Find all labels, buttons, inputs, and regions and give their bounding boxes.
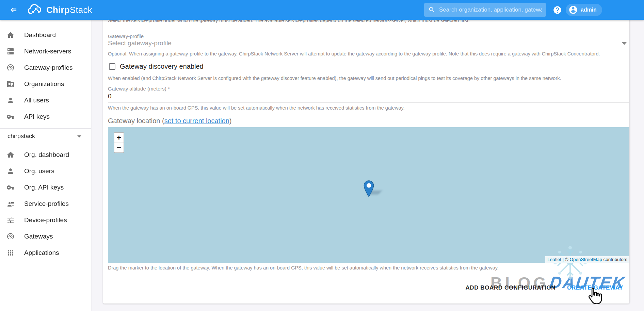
user-name: admin bbox=[581, 7, 597, 13]
organization-select-value: chirpstack bbox=[7, 133, 35, 140]
zoom-in-button[interactable]: + bbox=[114, 133, 124, 143]
gateway-profile-underline bbox=[108, 48, 629, 48]
sidebar-item-gateway-profiles[interactable]: Gateway-profiles bbox=[0, 60, 91, 76]
service-profiles-icon bbox=[6, 200, 15, 208]
dautek-snowflake-watermark bbox=[553, 246, 587, 280]
sidebar-item-api-keys[interactable]: API keys bbox=[0, 109, 91, 125]
gateway-altitude-input[interactable] bbox=[108, 93, 312, 100]
sidebar-item-device-profiles[interactable]: Device-profiles bbox=[0, 212, 91, 228]
form-actions: ADD BOARD CONFIGURATION CREATE GATEWAY bbox=[462, 282, 627, 293]
create-gateway-button[interactable]: CREATE GATEWAY bbox=[564, 282, 627, 293]
brand-title: ChirpStack bbox=[46, 5, 92, 15]
sidebar-item-network-servers[interactable]: Network-servers bbox=[0, 43, 91, 60]
user-icon bbox=[6, 96, 15, 104]
user-menu[interactable]: admin bbox=[566, 4, 602, 16]
gateway-location-map[interactable]: + − Leaflet | © OpenStreetMap contributo… bbox=[108, 127, 629, 263]
gateway-discovery-helper: When enabled (and ChirpStack Network Ser… bbox=[108, 76, 561, 81]
home-icon bbox=[6, 31, 15, 39]
global-search[interactable] bbox=[424, 3, 546, 17]
search-input[interactable] bbox=[439, 6, 542, 13]
create-gateway-form-card: Select the service-profile under which t… bbox=[103, 0, 629, 304]
chevron-down-icon[interactable] bbox=[622, 42, 627, 45]
set-current-location-link[interactable]: set to current location bbox=[164, 117, 229, 125]
user-icon bbox=[6, 167, 15, 175]
sidebar-item-org-users[interactable]: Org. users bbox=[0, 163, 91, 179]
device-profiles-icon bbox=[6, 216, 15, 224]
chirpstack-cloud-icon bbox=[27, 3, 43, 17]
zoom-out-button[interactable]: − bbox=[114, 143, 124, 152]
gateway-map-marker[interactable] bbox=[364, 180, 374, 199]
sidebar-item-all-users[interactable]: All users bbox=[0, 92, 91, 109]
sidebar-item-gateways[interactable]: Gateways bbox=[0, 228, 91, 245]
map-helper-text: Drag the marker to the location of the g… bbox=[108, 265, 499, 271]
key-icon bbox=[6, 183, 15, 192]
map-zoom-control: + − bbox=[114, 132, 124, 153]
add-board-configuration-button[interactable]: ADD BOARD CONFIGURATION bbox=[462, 282, 559, 293]
servers-icon bbox=[6, 47, 15, 55]
gateway-discovery-label: Gateway discovery enabled bbox=[120, 63, 204, 70]
gateway-profile-select[interactable]: Select gateway-profile bbox=[108, 39, 172, 47]
organization-select[interactable]: chirpstack bbox=[7, 131, 83, 142]
sidebar-item-dashboard[interactable]: Dashboard bbox=[0, 27, 91, 43]
collapse-sidebar-icon[interactable] bbox=[7, 4, 20, 16]
chevron-down-icon bbox=[77, 135, 81, 137]
gateway-profile-label: Gateway-profile bbox=[108, 33, 144, 39]
wifi-tethering-icon bbox=[6, 64, 15, 72]
openstreetmap-link[interactable]: OpenStreetMap bbox=[569, 257, 602, 262]
leaflet-link[interactable]: Leaflet bbox=[547, 257, 561, 262]
account-icon bbox=[568, 5, 578, 15]
sidebar-item-organizations[interactable]: Organizations bbox=[0, 76, 91, 92]
sidebar: Dashboard Network-servers Gateway-profil… bbox=[0, 20, 91, 311]
wifi-tethering-icon bbox=[6, 232, 15, 241]
sidebar-divider bbox=[0, 128, 91, 129]
sidebar-item-applications[interactable]: Applications bbox=[0, 245, 91, 261]
gateway-location-heading: Gateway location (set to current locatio… bbox=[108, 117, 232, 125]
chirpstack-logo[interactable]: ChirpStack bbox=[27, 3, 92, 17]
gateway-altitude-label: Gateway altitude (meters) * bbox=[108, 86, 170, 92]
gateway-discovery-checkbox[interactable] bbox=[109, 63, 115, 70]
home-icon bbox=[6, 151, 15, 159]
app-bar: ChirpStack admin bbox=[0, 0, 644, 20]
sidebar-item-org-api-keys[interactable]: Org. API keys bbox=[0, 179, 91, 196]
gateway-altitude-underline bbox=[108, 102, 629, 102]
organization-icon bbox=[6, 80, 15, 88]
help-icon[interactable] bbox=[553, 5, 562, 16]
sidebar-item-service-profiles[interactable]: Service-profiles bbox=[0, 196, 91, 212]
sidebar-item-org-dashboard[interactable]: Org. dashboard bbox=[0, 147, 91, 163]
key-icon bbox=[6, 113, 15, 121]
map-attribution: Leaflet | © OpenStreetMap contributors bbox=[545, 256, 629, 263]
apps-grid-icon bbox=[6, 249, 15, 257]
gateway-profile-helper: Optional. When assigning a gateway-profi… bbox=[108, 51, 600, 56]
gateway-discovery-row: Gateway discovery enabled bbox=[109, 63, 204, 70]
gateway-altitude-helper: When the gateway has an on-board GPS, th… bbox=[108, 105, 405, 111]
search-icon bbox=[428, 6, 436, 14]
